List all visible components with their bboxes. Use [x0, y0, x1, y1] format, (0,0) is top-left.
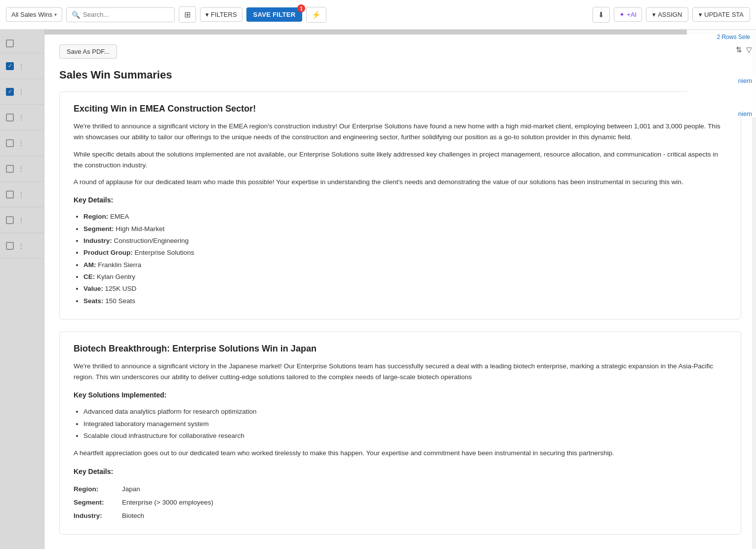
detail-segment: Segment: High Mid-Market	[83, 223, 727, 235]
win-card-2-title: Biotech Breakthrough: Enterprise Solutio…	[74, 344, 727, 354]
rows-selected-badge: 2 Rows Sele	[717, 34, 752, 40]
win-card-1-para3: A round of applause for our dedicated te…	[74, 177, 727, 188]
win-card-2: Biotech Breakthrough: Enterprise Solutio…	[59, 331, 741, 535]
ai-plus-icon: ✦	[619, 11, 625, 18]
solution-1: Advanced data analytics platform for res…	[83, 406, 727, 418]
kd-row-region: Region: Japan	[74, 482, 727, 496]
all-sales-wins-dropdown[interactable]: All Sales Wins ▾	[6, 7, 62, 22]
modal-content: Save As PDF... Sales Win Summaries Excit…	[44, 35, 756, 549]
assign-button[interactable]: ▾ ASSIGN	[646, 7, 688, 22]
kd-value-region: Japan	[122, 482, 140, 496]
kd-label-region: Region:	[74, 482, 118, 496]
search-icon: 🔍	[72, 11, 80, 19]
filters-button[interactable]: ▾ FILTERS	[200, 7, 242, 22]
update-sta-label: UPDATE STA	[704, 11, 744, 18]
detail-ce: CE: Kylan Gentry	[83, 271, 727, 283]
win-card-2-solutions-list: Advanced data analytics platform for res…	[74, 406, 727, 442]
win-card-1-para1: We're thrilled to announce a significant…	[74, 121, 727, 143]
win-card-1: Exciting Win in EMEA Construction Sector…	[59, 91, 741, 319]
ai-button[interactable]: ✦ +AI	[614, 7, 642, 22]
lightning-icon-button[interactable]: ⚡	[306, 7, 326, 23]
kd-row-industry: Industry: Biotech	[74, 509, 727, 522]
win-card-2-para1: We're thrilled to announce a significant…	[74, 361, 727, 383]
detail-product-group: Product Group: Enterprise Solutions	[83, 247, 727, 259]
filter-icon[interactable]: ▽	[746, 45, 752, 54]
kd-value-industry: Biotech	[122, 509, 144, 522]
save-pdf-button[interactable]: Save As PDF...	[59, 44, 117, 59]
niem-link-1[interactable]: niem	[738, 77, 752, 84]
modal-title: Sales Win Summaries	[59, 69, 741, 81]
win-card-1-body: We're thrilled to announce a significant…	[74, 121, 727, 307]
detail-region: Region: EMEA	[83, 211, 727, 223]
detail-seats: Seats: 150 Seats	[83, 295, 727, 307]
win-card-1-details-list: Region: EMEA Segment: High Mid-Market In…	[74, 211, 727, 307]
win-card-1-key-details-title: Key Details:	[74, 195, 727, 206]
modal: Save As PDF... Sales Win Summaries Excit…	[44, 35, 756, 549]
ai-label: +AI	[627, 11, 637, 18]
assign-chevron-icon: ▾	[652, 11, 656, 18]
detail-am: AM: Franklin Sierra	[83, 259, 727, 271]
win-card-1-para2: While specific details about the solutio…	[74, 149, 727, 171]
detail-value: Value: 125K USD	[83, 283, 727, 295]
main-area: ⋮ ⋮ ⋮ ⋮ ⋮ ⋮ ⋮ ⋮	[0, 30, 756, 549]
save-filter-label: SAVE FILTER	[253, 11, 296, 18]
kd-row-segment: Segment: Enterprise (> 3000 employees)	[74, 496, 727, 509]
win-card-2-solutions-title: Key Solutions Implemented:	[74, 390, 727, 401]
filters-label: FILTERS	[211, 11, 237, 18]
solution-2: Integrated laboratory management system	[83, 418, 727, 430]
win-card-2-para2: A heartfelt appreciation goes out to our…	[74, 448, 727, 459]
grid-view-button[interactable]: ⊞	[179, 6, 196, 23]
save-filter-badge: 1	[297, 4, 305, 12]
search-box: 🔍	[66, 7, 175, 22]
kd-label-segment: Segment:	[74, 496, 118, 509]
win-card-1-title: Exciting Win in EMEA Construction Sector…	[74, 104, 727, 114]
save-filter-button[interactable]: SAVE FILTER 1	[246, 7, 303, 22]
filters-chevron-icon: ▾	[205, 11, 209, 18]
niem-links-area: niem niem	[738, 77, 752, 118]
save-pdf-label: Save As PDF...	[67, 48, 110, 55]
kd-value-segment: Enterprise (> 3000 employees)	[122, 496, 213, 509]
assign-label: ASSIGN	[658, 11, 682, 18]
solution-3: Scalable cloud infrastructure for collab…	[83, 430, 727, 442]
sort-icon[interactable]: ⇅	[736, 45, 742, 54]
detail-industry: Industry: Construction/Engineering	[83, 235, 727, 247]
download-button[interactable]: ⬇	[593, 7, 610, 23]
sort-filter-row: ⇅ ▽	[736, 45, 752, 54]
toolbar: All Sales Wins ▾ 🔍 ⊞ ▾ FILTERS SAVE FILT…	[0, 0, 756, 30]
update-sta-chevron-icon: ▾	[699, 11, 702, 18]
dropdown-label: All Sales Wins	[11, 11, 52, 18]
toolbar-right-actions: ⬇ ✦ +AI ▾ ASSIGN ▾ UPDATE STA	[593, 7, 750, 23]
kd-label-industry: Industry:	[74, 509, 118, 522]
win-card-2-details-table: Region: Japan Segment: Enterprise (> 300…	[74, 482, 727, 522]
win-card-2-key-details-title: Key Details:	[74, 466, 727, 477]
chevron-down-icon: ▾	[54, 12, 57, 17]
right-info-panel: 2 Rows Sele ⇅ ▽ niem niem	[687, 30, 756, 118]
update-sta-button[interactable]: ▾ UPDATE STA	[692, 7, 750, 22]
search-input[interactable]	[83, 11, 162, 18]
niem-link-2[interactable]: niem	[738, 110, 752, 118]
win-card-2-body: We're thrilled to announce a significant…	[74, 361, 727, 522]
